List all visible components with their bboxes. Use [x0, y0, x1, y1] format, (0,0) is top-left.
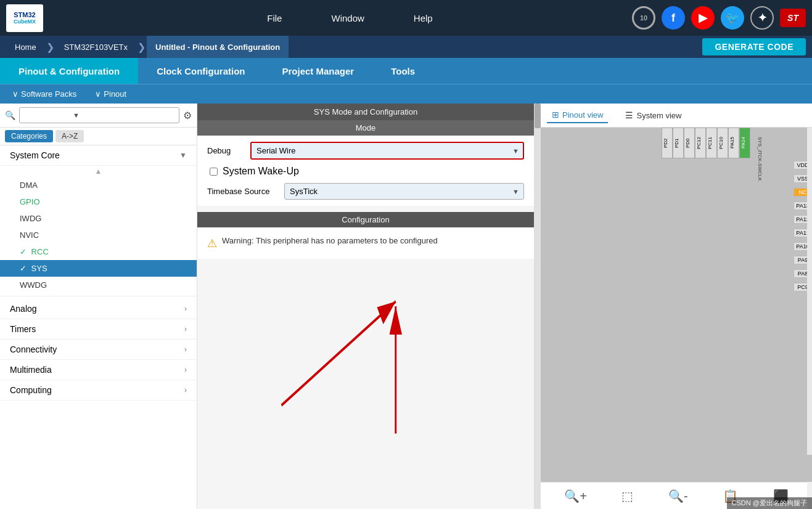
youtube-icon[interactable]: ▶ — [691, 6, 715, 30]
timebase-row: Timebase Source SysTick ▼ — [207, 183, 524, 200]
breadcrumb-project[interactable]: Untitled - Pinout & Configuration — [147, 36, 289, 58]
pinout-area: PD2 PD1 PD0 PC12 PC11 PC10 PA15 PA14 SYS… — [541, 128, 812, 482]
pin-pc10: PC10 — [717, 128, 728, 158]
fit-view-button[interactable]: ⬚ — [621, 489, 633, 503]
tab-pinout-config[interactable]: Pinout & Configuration — [0, 58, 138, 84]
breadcrumb-sep2: ❯ — [137, 41, 146, 53]
right-panel: ⊞ Pinout view ☰ System view PD2 PD1 PD0 … — [541, 104, 812, 509]
center-section: SYS Mode and Configuration Mode Debug Se… — [197, 104, 541, 509]
breadcrumb-home[interactable]: Home — [6, 36, 45, 58]
sidebar-item-dma[interactable]: DMA — [0, 177, 197, 193]
category-computing[interactable]: Computing › — [0, 380, 197, 401]
chevron-down-icon: ∨ — [12, 89, 18, 99]
menu-bar: File Window Help — [68, 13, 632, 23]
warning-text: Warning: This peripheral has no paramete… — [222, 236, 438, 245]
generate-code-button[interactable]: GENERATE CODE — [702, 38, 806, 55]
center-panel: SYS Mode and Configuration Mode Debug Se… — [197, 104, 535, 509]
pin-pd2: PD2 — [662, 128, 673, 158]
center-scroll-thumb[interactable] — [535, 104, 541, 128]
category-multimedia[interactable]: Multimedia › — [0, 360, 197, 380]
timebase-select[interactable]: SysTick — [284, 183, 524, 200]
system-wakeup-checkbox[interactable] — [210, 168, 218, 176]
pin-pd1: PD1 — [673, 128, 684, 158]
sidebar-item-rcc[interactable]: ✓ RCC — [0, 243, 197, 260]
sidebar-content: System Core ▼ ▲ DMA GPIO IWDG NVIC ✓ RCC… — [0, 145, 197, 509]
twitter-icon[interactable]: 🐦 — [721, 6, 744, 30]
sidebar-item-sys[interactable]: ✓ SYS — [0, 260, 197, 277]
tab-tools[interactable]: Tools — [372, 58, 433, 84]
tab-project-manager[interactable]: Project Manager — [263, 58, 372, 84]
sidebar-item-gpio[interactable]: GPIO — [0, 193, 197, 210]
analog-arrow: › — [184, 304, 187, 313]
sidebar-item-iwdg[interactable]: IWDG — [0, 210, 197, 227]
panel-title: SYS Mode and Configuration — [197, 104, 534, 120]
breadcrumb-device[interactable]: STM32F103VETx — [55, 36, 136, 58]
timebase-label: Timebase Source — [207, 187, 278, 196]
warning-area: ⚠ Warning: This peripheral has no parame… — [197, 227, 534, 259]
zoom-out-button[interactable]: 🔍- — [668, 489, 688, 503]
sub-toolbar: ∨ Software Packs ∨ Pinout — [0, 84, 812, 104]
system-view-label: System view — [636, 111, 681, 120]
svg-line-1 — [282, 301, 396, 405]
check-icon-rcc: ✓ — [20, 247, 27, 256]
categories-tab-button[interactable]: Categories — [5, 130, 53, 142]
az-tab-button[interactable]: A->Z — [55, 130, 84, 142]
facebook-icon[interactable]: f — [662, 6, 685, 30]
menu-help[interactable]: Help — [414, 13, 433, 23]
search-input[interactable] — [23, 111, 73, 120]
gear-button[interactable]: ⚙ — [183, 110, 192, 121]
system-core-label: System Core — [10, 150, 60, 160]
system-core-items: DMA GPIO IWDG NVIC ✓ RCC ✓ SYS WWDG — [0, 177, 197, 293]
debug-row: Debug Serial Wire No Debug Trace Asynchr… — [207, 142, 524, 160]
warning-icon: ⚠ — [207, 237, 217, 250]
debug-label: Debug — [207, 146, 244, 155]
top-right-icons: 10 f ▶ 🐦 ✦ ST — [632, 6, 806, 30]
software-packs-menu[interactable]: ∨ Software Packs — [12, 89, 76, 99]
network-icon[interactable]: ✦ — [750, 6, 774, 30]
logo-cube: CubeMX — [14, 18, 36, 25]
pinout-scrollbar[interactable] — [807, 128, 812, 455]
st-logo[interactable]: ST — [780, 9, 806, 27]
sidebar: 🔍 ▼ ⚙ Categories A->Z System Core ▼ ▲ DM… — [0, 104, 197, 509]
logo-stm: STM32 — [14, 11, 35, 18]
pin-pc12: PC12 — [695, 128, 706, 158]
computing-label: Computing — [10, 385, 52, 395]
main-layout: 🔍 ▼ ⚙ Categories A->Z System Core ▼ ▲ DM… — [0, 104, 812, 509]
category-system-core[interactable]: System Core ▼ — [0, 145, 197, 166]
multimedia-label: Multimedia — [10, 365, 52, 375]
system-core-arrow: ▼ — [179, 151, 187, 160]
search-dropdown-icon[interactable]: ▼ — [73, 112, 80, 119]
watermark: CSDN @爱出名的狗腿子 — [727, 497, 812, 509]
pinout-view-tab[interactable]: ⊞ Pinout view — [547, 107, 608, 123]
computing-arrow: › — [184, 386, 187, 394]
top-pins-row: PD2 PD1 PD0 PC12 PC11 PC10 PA15 PA14 — [662, 128, 750, 158]
category-timers[interactable]: Timers › — [0, 319, 197, 340]
tab-clock-config[interactable]: Clock Configuration — [138, 58, 263, 84]
pin-pd0: PD0 — [684, 128, 695, 158]
pinout-menu[interactable]: ∨ Pinout — [95, 89, 126, 99]
top-bar: STM32 CubeMX File Window Help 10 f ▶ 🐦 ✦… — [0, 0, 812, 36]
sidebar-tab-buttons: Categories A->Z — [0, 128, 197, 145]
zoom-in-button[interactable]: 🔍+ — [564, 489, 587, 503]
center-scrollbar[interactable] — [535, 104, 541, 509]
view-tabs: ⊞ Pinout view ☰ System view — [541, 104, 812, 128]
search-input-wrapper[interactable]: ▼ — [19, 107, 179, 123]
pin-pa15: PA15 — [728, 128, 739, 158]
logo-area: STM32 CubeMX — [6, 4, 43, 32]
award-icon: 10 — [632, 6, 655, 30]
sidebar-item-wwdg[interactable]: WWDG — [0, 277, 197, 293]
category-connectivity[interactable]: Connectivity › — [0, 340, 197, 360]
system-wakeup-label: System Wake-Up — [223, 166, 299, 177]
menu-window[interactable]: Window — [331, 13, 364, 23]
breadcrumb: Home ❯ STM32F103VETx ❯ Untitled - Pinout… — [0, 36, 812, 58]
chevron-down-icon-2: ∨ — [95, 89, 101, 99]
sidebar-item-nvic[interactable]: NVIC — [0, 227, 197, 243]
system-view-tab[interactable]: ☰ System view — [620, 108, 686, 123]
category-analog[interactable]: Analog › — [0, 299, 197, 319]
pin-pc11: PC11 — [706, 128, 717, 158]
debug-select-wrapper: Serial Wire No Debug Trace Asynchronous … — [250, 142, 524, 160]
analog-label: Analog — [10, 304, 37, 314]
menu-file[interactable]: File — [267, 13, 282, 23]
pinout-label: Pinout — [104, 89, 126, 99]
debug-select[interactable]: Serial Wire No Debug Trace Asynchronous … — [250, 142, 524, 160]
